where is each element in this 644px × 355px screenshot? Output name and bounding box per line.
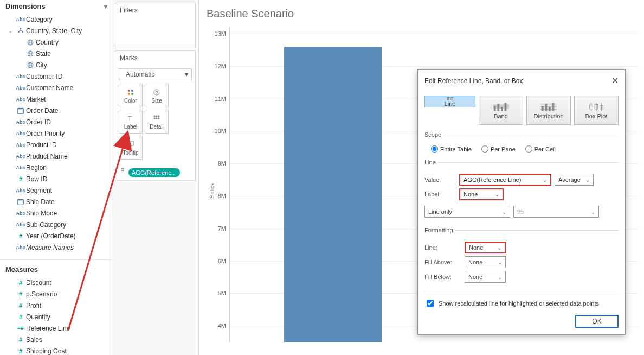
dimension-country-state-city[interactable]: ⌄Country, State, City: [0, 25, 112, 36]
hash-icon: #: [15, 337, 26, 343]
fill-above-select[interactable]: None⌄: [465, 256, 506, 268]
tab-line[interactable]: Line: [424, 96, 475, 107]
measure-discount[interactable]: #Discount: [0, 277, 112, 288]
detail-shelf-icon: [119, 167, 128, 174]
svg-point-40: [158, 115, 159, 116]
data-pane: Dimensions ▾ AbcCategory⌄Country, State,…: [0, 0, 112, 355]
dimension-order-priority[interactable]: AbcOrder Priority: [0, 128, 112, 139]
measure-reference-line[interactable]: =#Reference Line: [0, 322, 112, 334]
scope-entire-table[interactable]: Entire Table: [431, 145, 472, 153]
svg-rect-58: [505, 103, 507, 111]
value-agg-select[interactable]: Average⌄: [555, 174, 594, 186]
tab-distribution[interactable]: Distribution: [526, 96, 571, 125]
hash-icon: #: [15, 348, 26, 354]
filters-title: Filters: [115, 3, 195, 17]
measure-profit[interactable]: #Profit: [0, 300, 112, 311]
dimension-ship-date[interactable]: Ship Date: [0, 196, 112, 207]
ok-button[interactable]: OK: [575, 315, 619, 328]
dimension-order-id[interactable]: AbcOrder ID: [0, 116, 112, 128]
fill-below-select[interactable]: None⌄: [465, 271, 506, 283]
measures-title: Measures: [5, 265, 38, 274]
svg-point-8: [20, 28, 22, 29]
dimension-state[interactable]: State: [0, 48, 112, 59]
svg-point-10: [22, 31, 23, 33]
y-tick: 7M: [218, 225, 226, 232]
dimensions-header: Dimensions ▾: [0, 0, 112, 14]
y-tick: 10M: [215, 128, 226, 134]
date-icon: [15, 198, 26, 206]
cards-column: Filters Marks Automatic ▾ Color: [112, 0, 199, 355]
y-tick: 11M: [215, 96, 226, 102]
measure-p-scenario[interactable]: #p.Scenario: [0, 288, 112, 300]
svg-point-39: [156, 115, 157, 116]
dimension-measure-names[interactable]: AbcMeasure Names: [0, 242, 112, 253]
label-button[interactable]: T Label: [119, 110, 143, 134]
dimension-year-orderdate-[interactable]: #Year (OrderDate): [0, 230, 112, 242]
abc-icon: Abc: [15, 97, 26, 102]
filters-card: Filters: [115, 3, 196, 47]
measure-shipping-cost[interactable]: #Shipping Cost: [0, 345, 112, 355]
dimension-customer-id[interactable]: AbcCustomer ID: [0, 71, 112, 82]
globe-icon: [25, 39, 36, 46]
menu-dropdown-icon[interactable]: ▾: [104, 3, 107, 10]
fmt-line-select[interactable]: None⌄: [465, 242, 506, 253]
scope-per-pane[interactable]: Per Pane: [481, 145, 516, 153]
detail-button[interactable]: Detail: [145, 110, 169, 134]
value-field-select[interactable]: AGG(Reference Line)⌄: [459, 174, 551, 186]
measures-list: #Discount#p.Scenario#Profit#Quantity=#Re…: [0, 277, 112, 355]
chevron-down-icon: ▾: [185, 71, 188, 78]
svg-rect-57: [501, 107, 503, 111]
dimension-country[interactable]: Country: [0, 36, 112, 48]
size-button[interactable]: Size: [145, 84, 169, 107]
dimension-market[interactable]: AbcMarket: [0, 93, 112, 105]
dimension-row-id[interactable]: #Row ID: [0, 173, 112, 185]
svg-point-9: [18, 31, 20, 33]
dimension-city[interactable]: City: [0, 59, 112, 71]
dimension-segment[interactable]: AbcSegment: [0, 185, 112, 196]
confidence-select[interactable]: 95⌄: [513, 206, 599, 218]
dimension-region[interactable]: AbcRegion: [0, 162, 112, 173]
recalc-checkbox[interactable]: Show recalculated line for highlighted o…: [424, 298, 619, 308]
svg-rect-49: [447, 98, 448, 100]
globe-icon: [25, 50, 36, 58]
scope-per-cell[interactable]: Per Cell: [525, 145, 556, 153]
tooltip-button[interactable]: Tooltip: [119, 136, 143, 160]
abc-icon: Abc: [15, 245, 26, 250]
mark-type-select[interactable]: Automatic ▾: [119, 68, 192, 80]
dimension-customer-name[interactable]: AbcCustomer Name: [0, 82, 112, 93]
abc-icon: Abc: [15, 142, 26, 148]
measure-sales[interactable]: #Sales: [0, 334, 112, 345]
dimension-category[interactable]: AbcCategory: [0, 14, 112, 25]
reference-line-dialog: Edit Reference Line, Band, or Box ✕ Line…: [417, 69, 626, 335]
lineonly-select[interactable]: Line only⌄: [424, 206, 510, 218]
svg-rect-63: [545, 104, 547, 111]
marks-card: Marks Automatic ▾ Color Si: [115, 50, 196, 181]
svg-point-38: [154, 115, 155, 116]
svg-rect-65: [552, 103, 555, 111]
label-select[interactable]: None⌄: [459, 188, 504, 200]
measure-quantity[interactable]: #Quantity: [0, 311, 112, 322]
bar-mark[interactable]: [284, 47, 382, 342]
svg-point-42: [156, 117, 157, 118]
chevron-down-icon: ⌄: [498, 259, 502, 265]
viz-title: Baseline Scenario: [207, 8, 294, 20]
dimension-product-name[interactable]: AbcProduct Name: [0, 150, 112, 162]
dimensions-title: Dimensions: [5, 2, 46, 10]
dimensions-toolbar: ▾: [98, 3, 107, 10]
close-icon[interactable]: ✕: [611, 75, 619, 86]
hash-icon: #: [15, 280, 26, 286]
tab-band[interactable]: Band: [479, 96, 523, 125]
dialog-title: Edit Reference Line, Band, or Box: [424, 77, 523, 85]
tab-boxplot[interactable]: Box Plot: [574, 96, 619, 125]
abc-icon: Abc: [15, 131, 26, 136]
chevron-down-icon: ⌄: [502, 209, 506, 215]
dimension-product-id[interactable]: AbcProduct ID: [0, 139, 112, 150]
dimension-sub-category[interactable]: AbcSub-Category: [0, 219, 112, 230]
hash-icon: #: [15, 291, 26, 297]
marks-pill-agg-reference[interactable]: AGG(Referenc..: [128, 168, 180, 177]
marks-title: Marks: [115, 51, 195, 65]
dimension-order-date[interactable]: Order Date: [0, 105, 112, 116]
y-axis: Sales 4M5M6M7M8M9M10M11M12M13M: [204, 27, 229, 355]
color-button[interactable]: Color: [119, 84, 143, 107]
dimension-ship-mode[interactable]: AbcShip Mode: [0, 207, 112, 219]
